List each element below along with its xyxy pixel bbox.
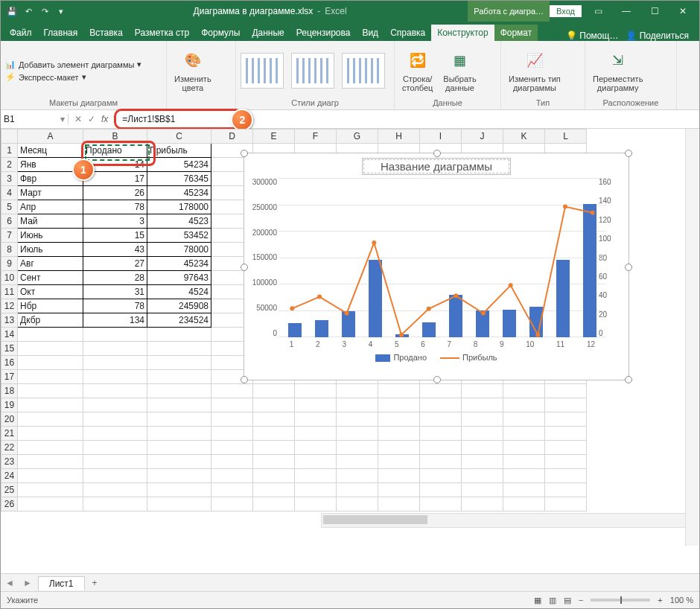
cell[interactable] [337, 398, 378, 412]
embedded-chart[interactable]: Название диаграммы 300000250000200000150… [244, 153, 629, 380]
cell[interactable] [83, 384, 147, 398]
col-header[interactable]: F [295, 130, 337, 144]
cell[interactable]: Прибыль [147, 144, 211, 158]
cell[interactable] [147, 370, 211, 384]
cell[interactable] [253, 427, 295, 441]
tab-data[interactable]: Данные [246, 25, 290, 41]
col-header[interactable]: L [545, 130, 587, 144]
cell[interactable]: Авг [18, 257, 83, 271]
row-header[interactable]: 5 [1, 200, 18, 214]
row-header[interactable]: 20 [1, 412, 18, 427]
col-header[interactable]: B [83, 130, 147, 144]
cell[interactable] [18, 370, 83, 384]
cell[interactable] [211, 455, 253, 469]
tab-design[interactable]: Конструктор [431, 25, 494, 41]
cell[interactable] [420, 398, 462, 412]
row-header[interactable]: 12 [1, 299, 18, 313]
cell[interactable] [545, 398, 587, 412]
cell[interactable]: Нбр [18, 299, 83, 313]
cell[interactable]: Сент [18, 271, 83, 285]
cell[interactable] [503, 398, 545, 412]
chart-styles-gallery[interactable] [241, 44, 389, 98]
cell[interactable] [253, 398, 295, 412]
cell[interactable] [253, 483, 295, 497]
cell[interactable] [18, 441, 83, 455]
cell[interactable] [462, 497, 503, 511]
login-button[interactable]: Вход [550, 5, 582, 17]
sheet-tab[interactable]: Лист1 [38, 576, 85, 590]
row-header[interactable]: 13 [1, 313, 18, 328]
row-header[interactable]: 15 [1, 342, 18, 356]
cell[interactable] [253, 384, 295, 398]
fx-icon[interactable]: fx [101, 114, 108, 124]
cell[interactable] [18, 455, 83, 469]
cell[interactable] [147, 398, 211, 412]
row-header[interactable]: 24 [1, 469, 18, 483]
cell[interactable] [295, 455, 337, 469]
row-header[interactable]: 11 [1, 285, 18, 299]
line-series[interactable] [279, 178, 606, 337]
cell[interactable] [503, 412, 545, 427]
cell[interactable]: 76345 [147, 172, 211, 186]
cell[interactable] [295, 384, 337, 398]
cell[interactable] [211, 398, 253, 412]
tab-help[interactable]: Справка [384, 25, 431, 41]
cell[interactable]: 234524 [147, 313, 211, 328]
vertical-scrollbar[interactable] [685, 129, 699, 546]
cell[interactable] [211, 427, 253, 441]
cell[interactable] [211, 469, 253, 483]
col-header[interactable]: K [503, 130, 545, 144]
cell[interactable] [18, 412, 83, 427]
cell[interactable] [83, 398, 147, 412]
cell[interactable] [295, 483, 337, 497]
plot-area[interactable]: 300000250000200000150000100000500000 160… [279, 178, 606, 337]
cell[interactable] [83, 370, 147, 384]
col-header[interactable]: E [253, 130, 295, 144]
view-pagelayout-icon[interactable]: ▥ [549, 596, 556, 605]
col-header[interactable]: H [378, 130, 420, 144]
row-header[interactable]: 7 [1, 229, 18, 243]
cell[interactable] [337, 412, 378, 427]
row-header[interactable]: 10 [1, 271, 18, 285]
select-all[interactable] [1, 130, 18, 144]
formula-input[interactable]: =Лист1!$B$1 2 [114, 109, 244, 130]
cell[interactable] [378, 483, 420, 497]
cell[interactable] [462, 483, 503, 497]
change-chart-type-button[interactable]: 📈Изменить тип диаграммы [506, 48, 564, 94]
cell[interactable] [462, 469, 503, 483]
switch-row-col-button[interactable]: 🔁Строка/ столбец [399, 48, 436, 94]
cell[interactable] [378, 455, 420, 469]
new-sheet-button[interactable]: + [85, 578, 105, 588]
cell[interactable]: 78 [83, 200, 147, 214]
tab-format[interactable]: Формат [494, 25, 538, 41]
cell[interactable]: 245908 [147, 299, 211, 313]
cell[interactable] [18, 427, 83, 441]
cell[interactable] [18, 469, 83, 483]
row-header[interactable]: 25 [1, 483, 18, 497]
tell-me[interactable]: 💡 Помощ… [566, 31, 618, 41]
ribbon-options-icon[interactable]: ▭ [586, 1, 610, 22]
cell[interactable] [420, 483, 462, 497]
save-icon[interactable]: 💾 [7, 6, 17, 16]
col-header[interactable]: D [211, 130, 253, 144]
cell[interactable] [147, 412, 211, 427]
cell[interactable] [18, 384, 83, 398]
cell[interactable] [378, 469, 420, 483]
row-header[interactable]: 8 [1, 243, 18, 257]
cell[interactable]: Продано [83, 144, 147, 158]
cell[interactable] [337, 427, 378, 441]
cell[interactable] [503, 469, 545, 483]
change-colors-button[interactable]: 🎨Изменить цвета [171, 48, 214, 94]
cell[interactable] [83, 356, 147, 370]
worksheet-grid[interactable]: ABCDEFGHIJKL1МесяцПроданоПрибыль2Янв1454… [1, 129, 699, 546]
cell[interactable] [147, 356, 211, 370]
sheet-nav-prev-icon[interactable]: ◄ [1, 578, 19, 588]
row-header[interactable]: 3 [1, 172, 18, 186]
cell[interactable]: 26 [83, 186, 147, 200]
cell[interactable] [18, 328, 83, 342]
name-box[interactable]: B1▾ [1, 114, 69, 124]
cell[interactable] [378, 441, 420, 455]
col-header[interactable]: I [420, 130, 462, 144]
cell[interactable] [337, 497, 378, 511]
zoom-in-icon[interactable]: + [658, 596, 662, 605]
